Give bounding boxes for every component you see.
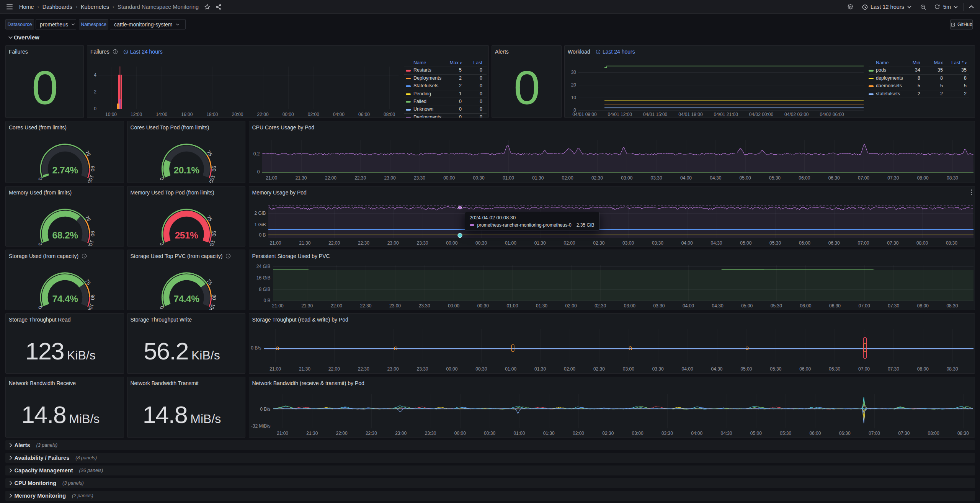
svg-text:75: 75 [84,150,92,157]
svg-text:75: 75 [206,150,214,157]
svg-text:75: 75 [206,278,214,286]
svg-text:0: 0 [158,305,165,310]
svg-text:75: 75 [206,215,214,222]
svg-text:75: 75 [84,278,92,286]
svg-text:75: 75 [84,215,92,222]
svg-text:0: 0 [37,242,44,246]
svg-text:0: 0 [158,242,165,246]
svg-text:0: 0 [158,176,165,181]
svg-text:0: 0 [37,305,44,310]
svg-text:0: 0 [37,176,44,181]
